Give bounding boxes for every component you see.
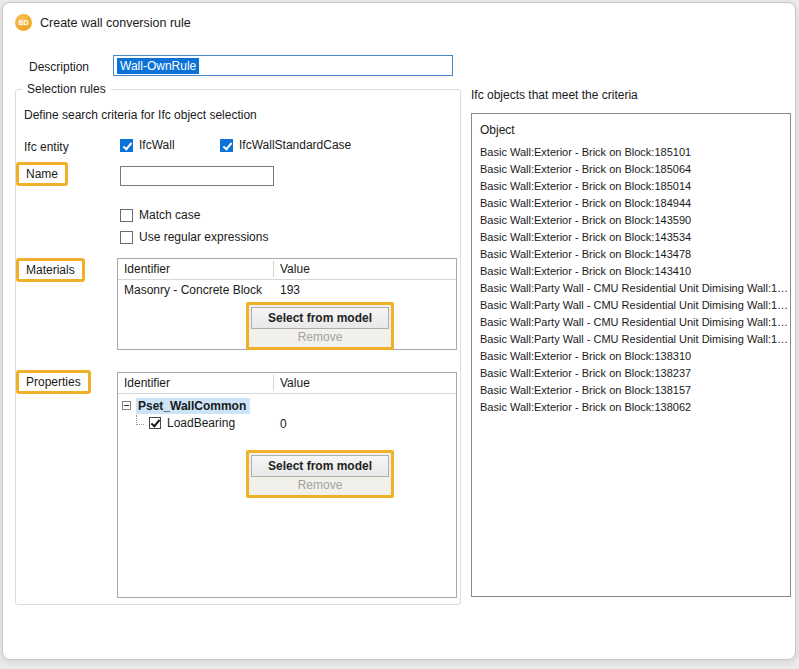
materials-select-from-model-button[interactable]: Select from model: [251, 307, 389, 329]
materials-buttons-annotation: Select from model Remove: [246, 302, 394, 350]
ifcwallstandardcase-checkbox-label: IfcWallStandardCase: [239, 138, 351, 152]
name-label-annotation: Name: [16, 162, 68, 186]
property-tree-row[interactable]: LoadBearing: [136, 415, 235, 431]
pset-name: Pset_WallCommon: [136, 398, 250, 414]
title-bar: BD Create wall conversion rule: [15, 14, 191, 31]
pset-tree-row[interactable]: Pset_WallCommon: [122, 397, 250, 414]
window-title: Create wall conversion rule: [40, 16, 191, 30]
loadbearing-label: LoadBearing: [167, 416, 235, 430]
list-item[interactable]: Basic Wall:Party Wall - CMU Residential …: [472, 314, 790, 331]
list-item[interactable]: Basic Wall:Exterior - Brick on Block:185…: [472, 161, 790, 178]
name-input[interactable]: [120, 166, 274, 186]
description-selected-text: Wall-OwnRule: [117, 58, 199, 74]
screenshot-stage: BD Create wall conversion rule Descripti…: [0, 0, 799, 669]
use-regex-checkbox-box[interactable]: [120, 231, 133, 244]
material-identifier: Masonry - Concrete Block: [124, 283, 262, 297]
list-item[interactable]: Basic Wall:Party Wall - CMU Residential …: [472, 280, 790, 297]
properties-column-divider: [273, 375, 274, 391]
list-item[interactable]: Basic Wall:Exterior - Brick on Block:143…: [472, 212, 790, 229]
list-item[interactable]: Basic Wall:Exterior - Brick on Block:185…: [472, 144, 790, 161]
selection-rules-group: Selection rules Define search criteria f…: [15, 89, 461, 605]
match-case-checkbox-box[interactable]: [120, 209, 133, 222]
ifcwall-checkbox-label: IfcWall: [139, 138, 175, 152]
materials-col-value[interactable]: Value: [280, 262, 310, 276]
materials-label-annotation: Materials: [16, 258, 85, 282]
properties-col-identifier[interactable]: Identifier: [124, 376, 170, 390]
properties-buttons-annotation: Select from model Remove: [246, 450, 394, 498]
list-item[interactable]: Basic Wall:Exterior - Brick on Block:138…: [472, 382, 790, 399]
materials-table-header: Identifier Value: [118, 259, 456, 280]
ifcwallstandardcase-checkbox-box[interactable]: [220, 139, 233, 152]
properties-col-value[interactable]: Value: [280, 376, 310, 390]
list-item[interactable]: Basic Wall:Exterior - Brick on Block:143…: [472, 263, 790, 280]
use-regex-checkbox-label: Use regular expressions: [139, 230, 268, 244]
results-rows: Basic Wall:Exterior - Brick on Block:185…: [472, 144, 790, 416]
list-item[interactable]: Basic Wall:Exterior - Brick on Block:143…: [472, 246, 790, 263]
selection-rules-group-title: Selection rules: [22, 82, 111, 96]
materials-column-divider: [273, 261, 274, 277]
list-item[interactable]: Basic Wall:Party Wall - CMU Residential …: [472, 297, 790, 314]
material-value: 193: [280, 283, 300, 297]
results-column-header: Object: [480, 123, 515, 137]
materials-remove-button[interactable]: Remove: [251, 329, 389, 345]
use-regex-checkbox[interactable]: Use regular expressions: [120, 230, 268, 244]
selection-rules-hint: Define search criteria for Ifc object se…: [24, 108, 257, 122]
name-label: Name: [26, 167, 58, 181]
list-item[interactable]: Basic Wall:Exterior - Brick on Block:138…: [472, 365, 790, 382]
materials-col-identifier[interactable]: Identifier: [124, 262, 170, 276]
loadbearing-checkbox-box[interactable]: [149, 417, 161, 429]
description-label: Description: [29, 60, 89, 74]
list-item[interactable]: Basic Wall:Exterior - Brick on Block:185…: [472, 178, 790, 195]
match-case-checkbox[interactable]: Match case: [120, 208, 200, 222]
ifcwallstandardcase-checkbox[interactable]: IfcWallStandardCase: [220, 138, 351, 152]
loadbearing-checkbox[interactable]: LoadBearing: [149, 416, 235, 430]
properties-select-from-model-button[interactable]: Select from model: [251, 455, 389, 477]
list-item[interactable]: Basic Wall:Exterior - Brick on Block:184…: [472, 195, 790, 212]
collapse-expander-icon[interactable]: [122, 401, 131, 410]
properties-label: Properties: [26, 375, 81, 389]
results-label: Ifc objects that meet the criteria: [471, 88, 638, 102]
materials-table-row[interactable]: Masonry - Concrete Block 193: [118, 282, 456, 299]
list-item[interactable]: Basic Wall:Party Wall - CMU Residential …: [472, 331, 790, 348]
create-wall-conversion-rule-dialog: BD Create wall conversion rule Descripti…: [2, 2, 796, 660]
ifc-entity-label: Ifc entity: [24, 140, 69, 154]
match-case-checkbox-label: Match case: [139, 208, 200, 222]
properties-label-annotation: Properties: [16, 370, 91, 394]
description-input[interactable]: Wall-OwnRule: [113, 55, 453, 76]
properties-table-header: Identifier Value: [118, 373, 456, 394]
list-item[interactable]: Basic Wall:Exterior - Brick on Block:138…: [472, 348, 790, 365]
results-listbox[interactable]: Object Basic Wall:Exterior - Brick on Bl…: [471, 113, 791, 597]
app-icon: BD: [15, 14, 32, 31]
loadbearing-value: 0: [280, 417, 287, 431]
ifcwall-checkbox-box[interactable]: [120, 139, 133, 152]
properties-remove-button[interactable]: Remove: [251, 477, 389, 493]
ifcwall-checkbox[interactable]: IfcWall: [120, 138, 175, 152]
list-item[interactable]: Basic Wall:Exterior - Brick on Block:138…: [472, 399, 790, 416]
tree-connector: [136, 415, 144, 425]
list-item[interactable]: Basic Wall:Exterior - Brick on Block:143…: [472, 229, 790, 246]
materials-label: Materials: [26, 263, 75, 277]
